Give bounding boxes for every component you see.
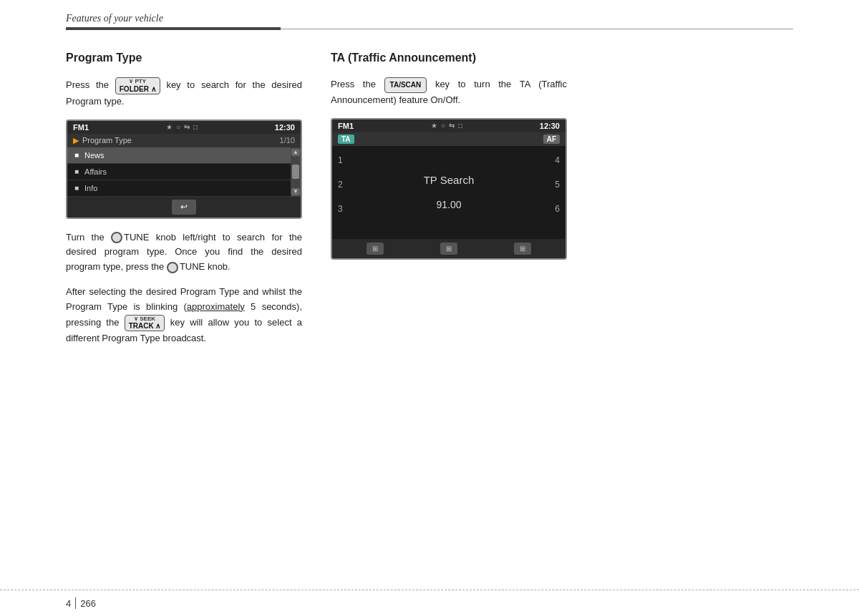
- ta-para1-before: Press the: [331, 79, 376, 89]
- header-rule-dark: [66, 27, 281, 30]
- program-type-para2: Turn the TUNE knob left/right to search …: [66, 230, 302, 275]
- pty-key-main: FOLDER ∧: [120, 85, 156, 93]
- ta-screen: FM1 ★ ○ ⇆ □ 12:30 TA AF 1 2 3: [331, 118, 567, 260]
- num-3: 3: [338, 204, 343, 214]
- ta-frequency: 91.00: [436, 199, 461, 210]
- page-footer: 4 266: [0, 590, 859, 616]
- screen2-usb-icon: ⇆: [449, 122, 455, 129]
- back-button: ↩: [172, 200, 196, 215]
- info-icon: ○: [176, 123, 180, 131]
- bluetooth-icon: ★: [166, 123, 173, 131]
- tune-knob-icon: [111, 232, 122, 243]
- screen2-battery-icon: □: [458, 122, 462, 129]
- screen1-subheader: ▶ Program Type 1/10: [67, 134, 301, 147]
- page-header-title: Features of your vehicle: [66, 13, 793, 24]
- ta-footer-btn-3: ⊞: [514, 243, 531, 255]
- content-area: Program Type Press the ∨ PTY FOLDER ∧ ke…: [0, 30, 859, 356]
- prog-item-label-info: Info: [84, 184, 97, 192]
- screen1-fm: FM1: [73, 123, 89, 132]
- program-type-para1: Press the ∨ PTY FOLDER ∧ key to search f…: [66, 77, 302, 109]
- tp-search-text: TP Search: [424, 174, 475, 186]
- ta-para1: Press the TA/SCAN key to turn the TA (Tr…: [331, 77, 567, 108]
- prog-item-news: ■ News: [67, 147, 291, 164]
- ta-footer-icon-1: ⊞: [372, 245, 378, 253]
- prog-list-container: ■ News ■ Affairs ■ Info ▲ ▼: [67, 147, 301, 197]
- right-column: TA (Traffic Announcement) Press the TA/S…: [331, 52, 567, 356]
- prog-items: ■ News ■ Affairs ■ Info: [67, 147, 291, 197]
- screen1-footer: ↩: [67, 197, 301, 217]
- left-column: Program Type Press the ∨ PTY FOLDER ∧ ke…: [66, 52, 302, 356]
- screen1-icons: ★ ○ ⇆ □: [166, 123, 198, 131]
- footer-page: 266: [80, 598, 96, 609]
- screen1-time: 12:30: [275, 123, 295, 132]
- usb-icon: ⇆: [184, 123, 190, 131]
- pty-folder-key: ∨ PTY FOLDER ∧: [115, 77, 160, 94]
- affairs-icon: ■: [74, 167, 79, 175]
- af-badge: AF: [543, 135, 560, 144]
- screen2-header: FM1 ★ ○ ⇆ □ 12:30: [332, 119, 566, 132]
- ta-footer-btn-2: ⊞: [440, 243, 457, 255]
- prog-icon: ▶: [73, 136, 79, 145]
- screen2-info-icon: ○: [441, 122, 445, 129]
- program-type-para3: After selecting the desired Program Type…: [66, 285, 302, 346]
- num-4: 4: [555, 155, 560, 165]
- screen1-header: FM1 ★ ○ ⇆ □ 12:30: [67, 121, 301, 134]
- scroll-thumb: [292, 165, 299, 179]
- para2-turn: Turn the: [66, 232, 111, 243]
- num-6: 6: [555, 204, 560, 214]
- ta-scan-key: TA/SCAN: [384, 77, 427, 93]
- news-icon: ■: [74, 151, 79, 159]
- prog-item-affairs: ■ Affairs: [67, 164, 291, 180]
- prog-item-info: ■ Info: [67, 180, 291, 197]
- ta-footer-icon-2: ⊞: [446, 245, 452, 253]
- ta-left-numbers: 1 2 3: [338, 152, 343, 233]
- screen2-fm: FM1: [338, 122, 354, 130]
- ta-center-content: TP Search 91.00: [350, 152, 548, 233]
- footer-divider: [75, 597, 76, 609]
- seek-track-key: ∨ SEEK TRACK ∧: [125, 315, 165, 332]
- subheader-count: 1/10: [280, 136, 295, 145]
- ta-subheader: TA AF: [332, 132, 566, 146]
- ta-title: TA (Traffic Announcement): [331, 52, 567, 64]
- screen2-icons: ★ ○ ⇆ □: [431, 122, 462, 129]
- screen2-time: 12:30: [540, 122, 560, 130]
- para1-before: Press the: [66, 79, 109, 90]
- ta-footer-icon-3: ⊞: [520, 245, 525, 253]
- info-list-icon: ■: [74, 184, 79, 192]
- ta-footer-btn-1: ⊞: [367, 243, 384, 255]
- footer-page-number: 4 266: [66, 597, 793, 609]
- page-header: Features of your vehicle: [0, 0, 859, 30]
- ta-badge: TA: [338, 135, 354, 144]
- seek-key-top: ∨ SEEK: [134, 316, 155, 323]
- pty-key-top: ∨ PTY: [129, 79, 146, 85]
- header-rule-light: [281, 29, 793, 29]
- ta-right-numbers: 4 5 6: [555, 152, 560, 233]
- tune-knob2-icon: [167, 262, 178, 273]
- seek-key-main: TRACK ∧: [129, 322, 161, 330]
- ta-body: 1 2 3 TP Search 91.00 4 5 6: [332, 146, 566, 239]
- scroll-down-arrow: ▼: [291, 188, 300, 195]
- footer-chapter: 4: [66, 598, 71, 609]
- subheader-label: Program Type: [82, 136, 132, 145]
- scroll-up-arrow: ▲: [291, 149, 300, 156]
- num-2: 2: [338, 180, 343, 190]
- num-1: 1: [338, 155, 343, 165]
- program-type-title: Program Type: [66, 52, 302, 64]
- num-5: 5: [555, 180, 560, 190]
- ta-footer: ⊞ ⊞ ⊞: [332, 239, 566, 258]
- prog-item-label-affairs: Affairs: [84, 167, 107, 176]
- prog-item-label-news: News: [84, 151, 105, 160]
- scroll-track: ▲ ▼: [291, 147, 301, 197]
- battery-icon: □: [193, 123, 198, 131]
- screen2-bluetooth-icon: ★: [431, 122, 437, 129]
- para2-tune2: TUNE knob.: [180, 261, 230, 272]
- program-type-screen: FM1 ★ ○ ⇆ □ 12:30 ▶ Program Type 1/10 ■: [66, 119, 302, 219]
